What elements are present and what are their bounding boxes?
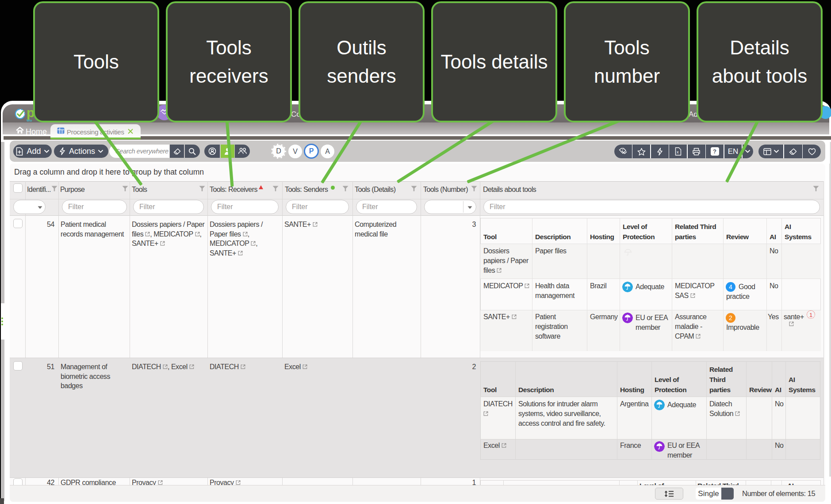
svg-text:x: x: [677, 150, 679, 154]
